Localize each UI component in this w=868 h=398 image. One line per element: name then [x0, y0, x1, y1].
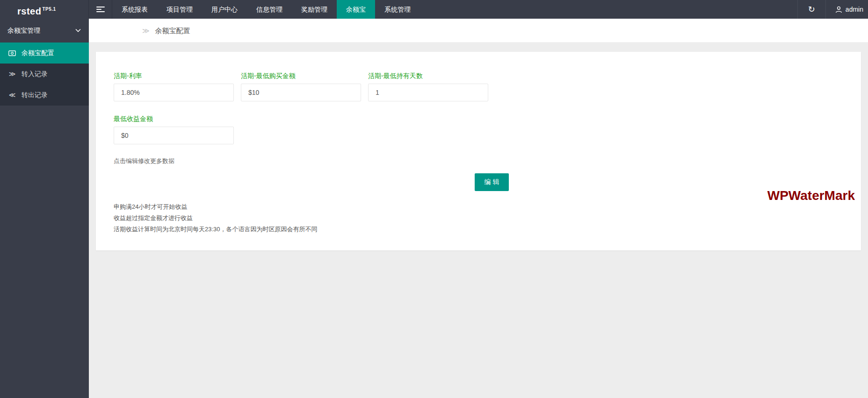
refresh-icon: ↻: [808, 5, 815, 14]
breadcrumb-separator-icon: ≫: [142, 27, 150, 35]
sidebar-toggle-icon[interactable]: [89, 0, 112, 19]
nav-item-rewards[interactable]: 奖励管理: [292, 0, 337, 19]
field-min-profit: 最低收益金额: [114, 115, 234, 144]
field-rate-input[interactable]: [114, 84, 234, 101]
note-line: 申购满24小时才可开始收益: [114, 201, 842, 213]
double-right-icon: ≫: [7, 64, 17, 85]
form-row-2: 最低收益金额: [114, 115, 842, 144]
sidebar-item-yuebao-config[interactable]: 余额宝配置: [0, 43, 89, 64]
sidebar-item-label: 转入记录: [22, 70, 48, 78]
field-min-days-input[interactable]: [368, 84, 488, 101]
watermark-text: WPWaterMark: [767, 188, 855, 203]
nav-item-info[interactable]: 信息管理: [247, 0, 292, 19]
app-logo-version: TP5.1: [42, 7, 56, 12]
sidebar-group-yuebao[interactable]: 余额宝管理: [0, 19, 89, 43]
field-rate-label: 活期-利率: [114, 72, 234, 80]
user-name: admin: [846, 6, 863, 13]
sidebar-item-transfer-out[interactable]: ≪ 转出记录: [0, 85, 89, 106]
main-content: ≫ 余额宝配置 活期-利率 活期-最低购买金额 活期-最低持有天数 最低收益金额: [89, 19, 868, 398]
note-line: 活期收益计算时间为北京时间每天23:30，各个语言因为时区原因会有所不同: [114, 224, 842, 235]
sidebar-group-label: 余额宝管理: [7, 27, 40, 34]
money-icon: [7, 43, 17, 64]
notes-block: 申购满24小时才可开始收益 收益超过指定金额才进行收益 活期收益计算时间为北京时…: [114, 201, 842, 235]
breadcrumb: ≫ 余额宝配置: [89, 19, 868, 43]
topbar-right: ↻ admin: [797, 0, 868, 19]
nav-item-system[interactable]: 系统管理: [375, 0, 420, 19]
top-nav: 系统报表 项目管理 用户中心 信息管理 奖励管理 余额宝 系统管理: [112, 0, 420, 19]
app-logo-text: rsted: [17, 6, 41, 16]
field-min-profit-input[interactable]: [114, 127, 234, 144]
field-min-days-label: 活期-最低持有天数: [368, 72, 488, 80]
field-min-buy-input[interactable]: [241, 84, 361, 101]
field-min-buy: 活期-最低购买金额: [241, 72, 361, 101]
edit-hint-text: 点击编辑修改更多数据: [114, 157, 842, 165]
sidebar: 余额宝管理 余额宝配置 ≫ 转入记录 ≪ 转出记录: [0, 19, 89, 398]
sidebar-item-transfer-in[interactable]: ≫ 转入记录: [0, 64, 89, 85]
nav-item-yuebao[interactable]: 余额宝: [337, 0, 375, 19]
note-line: 收益超过指定金额才进行收益: [114, 213, 842, 224]
user-icon: [835, 6, 842, 13]
nav-item-reports[interactable]: 系统报表: [112, 0, 157, 19]
field-rate: 活期-利率: [114, 72, 234, 101]
chevron-down-icon: [75, 28, 81, 32]
sidebar-submenu: 余额宝配置 ≫ 转入记录 ≪ 转出记录: [0, 43, 89, 106]
refresh-button[interactable]: ↻: [797, 0, 825, 19]
sidebar-item-label: 余额宝配置: [22, 49, 54, 57]
nav-item-users[interactable]: 用户中心: [202, 0, 247, 19]
field-min-days: 活期-最低持有天数: [368, 72, 488, 101]
edit-button[interactable]: 编 辑: [475, 173, 509, 191]
nav-item-projects[interactable]: 项目管理: [157, 0, 202, 19]
double-left-icon: ≪: [7, 85, 17, 106]
breadcrumb-current: 余额宝配置: [155, 27, 190, 35]
sidebar-item-label: 转出记录: [22, 91, 48, 99]
topbar: rstedTP5.1 系统报表 项目管理 用户中心 信息管理 奖励管理 余额宝 …: [0, 0, 868, 19]
user-menu[interactable]: admin: [825, 0, 868, 19]
config-card: 活期-利率 活期-最低购买金额 活期-最低持有天数 最低收益金额 点击编辑修改更…: [96, 52, 861, 250]
field-min-buy-label: 活期-最低购买金额: [241, 72, 361, 80]
app-logo[interactable]: rstedTP5.1: [0, 0, 89, 19]
field-min-profit-label: 最低收益金额: [114, 115, 234, 123]
form-row-1: 活期-利率 活期-最低购买金额 活期-最低持有天数: [114, 72, 842, 101]
